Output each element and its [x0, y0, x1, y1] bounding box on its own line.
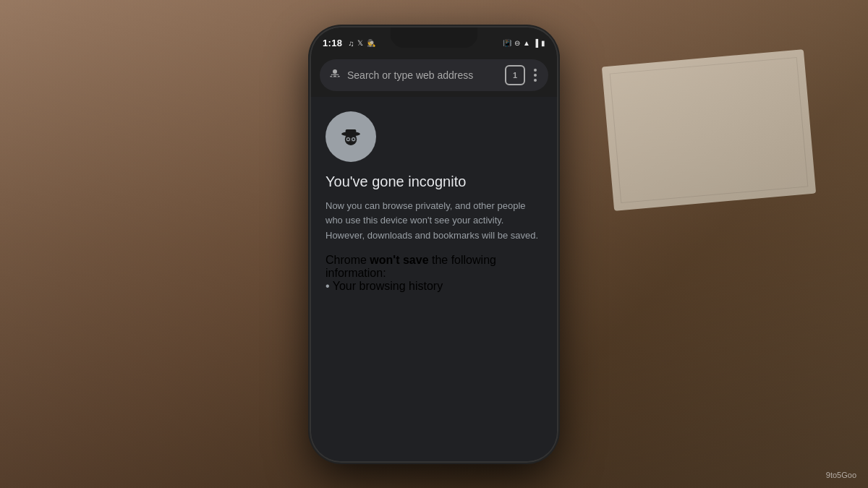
svg-rect-2	[330, 76, 340, 77]
address-bar[interactable]: Search or type web address 1	[320, 59, 548, 91]
phone-device: 1:18 ♫ 𝕏 🕵	[311, 27, 557, 461]
signal-icon: ▐	[533, 39, 538, 47]
bullet-item-1: • Your browsing history	[326, 280, 542, 293]
incognito-main-content: You've gone incognito Now you can browse…	[311, 97, 557, 461]
incognito-description: Now you can browse privately, and other …	[326, 199, 542, 244]
twitter-icon: 𝕏	[357, 39, 363, 47]
watermark: 9to5Goo	[826, 471, 856, 479]
vibrate-icon: 📳	[503, 39, 511, 47]
svg-point-11	[347, 138, 349, 140]
status-time: 1:18	[323, 38, 342, 48]
spotify-icon: ♫	[348, 39, 354, 48]
svg-point-4	[336, 74, 339, 77]
background-notebook	[602, 49, 816, 211]
svg-point-12	[352, 138, 354, 140]
wont-save-bold: won't save	[370, 254, 428, 266]
address-bar-input[interactable]: Search or type web address	[347, 69, 499, 81]
menu-button[interactable]	[531, 66, 540, 85]
menu-dot-3	[534, 79, 537, 82]
address-bar-wrapper: Search or type web address 1	[311, 53, 557, 97]
phone-notch	[391, 27, 477, 48]
address-bar-incognito-icon	[328, 67, 341, 83]
incognito-logo	[326, 111, 376, 162]
svg-point-0	[333, 69, 337, 74]
phone-wrapper: 1:18 ♫ 𝕏 🕵	[311, 27, 557, 461]
watermark-text: 9to5Goo	[826, 471, 856, 479]
minus-circle-icon: ⊖	[514, 39, 520, 47]
wifi-icon: ▲	[523, 39, 530, 47]
menu-dot-2	[534, 74, 537, 77]
tab-count-button[interactable]: 1	[505, 65, 525, 85]
wont-save-prefix: Chrome	[326, 254, 370, 266]
phone-screen: 1:18 ♫ 𝕏 🕵	[311, 27, 557, 461]
scene: 1:18 ♫ 𝕏 🕵	[0, 0, 868, 488]
battery-icon: ▮	[541, 39, 545, 47]
incognito-wont-save: Chrome won't save the following informat…	[326, 254, 542, 280]
incognito-title: You've gone incognito	[326, 174, 542, 190]
incognito-status-icon: 🕵	[367, 39, 375, 47]
incognito-logo-svg	[335, 121, 367, 153]
bullet-dot-1: •	[326, 280, 330, 292]
menu-dot-1	[534, 69, 537, 72]
bullet-text-1: Your browsing history	[333, 280, 443, 292]
svg-point-3	[332, 74, 334, 77]
